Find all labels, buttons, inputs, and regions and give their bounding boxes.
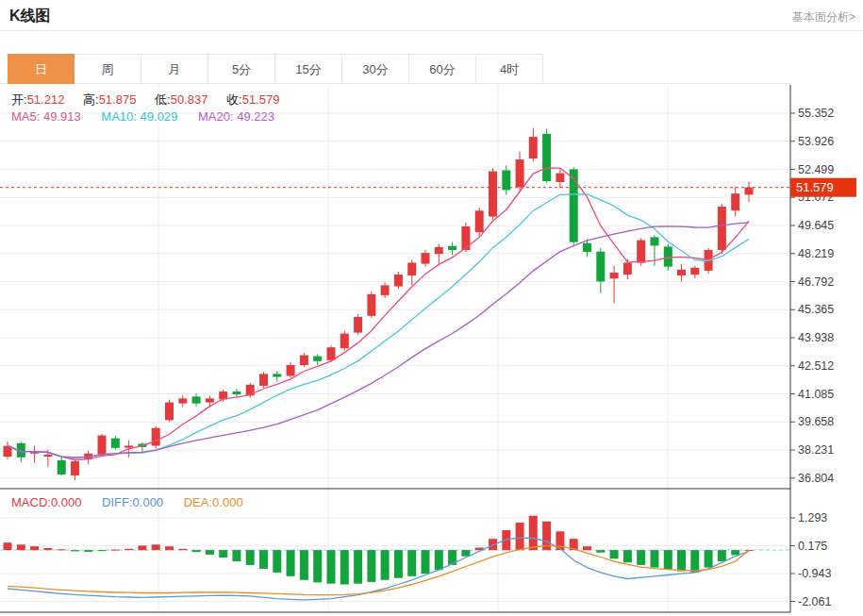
dea-value: DEA:0.000 bbox=[184, 495, 243, 509]
ohlc-readout: 开:51.212 高:51.875 低:50.837 收:51.579 bbox=[11, 92, 294, 108]
macd-histogram-bar bbox=[178, 549, 187, 550]
macd-axis-label: -0.943 bbox=[798, 567, 831, 580]
candle bbox=[273, 374, 281, 376]
low-label: 低: bbox=[155, 92, 171, 107]
candle bbox=[381, 286, 390, 295]
macd-histogram-bar bbox=[516, 523, 524, 550]
macd-value: MACD:0.000 bbox=[11, 495, 81, 509]
candle bbox=[98, 436, 107, 456]
macd-histogram-bar bbox=[138, 545, 146, 550]
candle bbox=[422, 253, 430, 264]
candle bbox=[745, 188, 754, 195]
macd-histogram-bar bbox=[219, 550, 227, 558]
macd-histogram-bar bbox=[354, 550, 362, 584]
candle bbox=[542, 134, 551, 181]
current-price-text: 51.579 bbox=[796, 180, 834, 194]
macd-readout: MACD:0.000 DIFF:0.000 DEA:0.000 bbox=[11, 495, 243, 509]
macd-histogram-bar bbox=[610, 550, 619, 558]
candle bbox=[731, 193, 739, 210]
macd-histogram-bar bbox=[422, 550, 430, 574]
kline-page: { "header": { "title": "K线图", "link": "基… bbox=[0, 0, 863, 616]
candle bbox=[596, 252, 605, 282]
macd-histogram-bar bbox=[327, 550, 336, 584]
candle bbox=[690, 268, 699, 275]
candle bbox=[623, 263, 632, 275]
candle bbox=[637, 241, 645, 263]
price-axis-label: 42.512 bbox=[798, 359, 834, 373]
open-value: 51.212 bbox=[27, 92, 65, 107]
price-axis-label: 55.352 bbox=[798, 107, 834, 120]
candle bbox=[448, 246, 456, 250]
candle bbox=[300, 356, 308, 365]
macd-histogram-bar bbox=[4, 542, 12, 550]
candle bbox=[259, 374, 268, 386]
macd-axis-label: -2.061 bbox=[798, 595, 831, 608]
diff-line bbox=[8, 538, 749, 600]
candle bbox=[583, 243, 591, 252]
candle bbox=[651, 237, 659, 245]
macd-histogram-bar bbox=[43, 548, 52, 550]
close-value: 51.579 bbox=[242, 92, 280, 107]
candle bbox=[152, 428, 160, 446]
price-axis-label: 53.926 bbox=[798, 135, 834, 148]
open-label: 开: bbox=[11, 92, 27, 107]
candle bbox=[556, 174, 564, 182]
candle bbox=[529, 137, 538, 158]
candle bbox=[475, 210, 484, 232]
low-value: 50.837 bbox=[171, 92, 208, 107]
macd-histogram-bar bbox=[718, 550, 726, 561]
candle bbox=[192, 396, 201, 403]
candle bbox=[165, 403, 174, 421]
macd-histogram-bar bbox=[259, 550, 268, 569]
macd-histogram-bar bbox=[84, 550, 92, 552]
candle bbox=[435, 247, 443, 254]
macd-histogram-bar bbox=[71, 550, 79, 551]
macd-histogram-bar bbox=[407, 550, 416, 576]
candle bbox=[502, 171, 510, 191]
macd-histogram-bar bbox=[529, 516, 538, 550]
macd-histogram-bar bbox=[340, 550, 349, 584]
macd-histogram-bar bbox=[192, 550, 201, 552]
candle bbox=[394, 275, 403, 287]
macd-histogram-bar bbox=[206, 550, 214, 555]
candle bbox=[461, 226, 470, 250]
candle bbox=[664, 246, 672, 266]
candle bbox=[206, 398, 214, 402]
macd-histogram-bar bbox=[30, 546, 39, 550]
high-label: 高: bbox=[83, 92, 99, 107]
candle bbox=[407, 263, 416, 276]
macd-histogram-bar bbox=[394, 550, 403, 578]
macd-histogram-bar bbox=[98, 550, 107, 551]
price-axis-label: 46.792 bbox=[798, 275, 834, 289]
macd-histogram-bar bbox=[651, 550, 659, 568]
macd-axis-label: 0.175 bbox=[798, 540, 827, 553]
candle bbox=[313, 357, 322, 361]
candle bbox=[367, 294, 375, 316]
macd-histogram-bar bbox=[124, 549, 133, 550]
macd-histogram-bar bbox=[583, 546, 591, 550]
price-axis-label: 36.804 bbox=[798, 472, 834, 485]
price-axis-label: 48.219 bbox=[798, 247, 834, 260]
macd-histogram-bar bbox=[637, 550, 645, 565]
candle bbox=[354, 317, 362, 333]
candle bbox=[178, 398, 187, 403]
candle bbox=[677, 270, 686, 275]
macd-histogram-bar bbox=[287, 550, 295, 576]
macd-histogram-bar bbox=[623, 550, 632, 562]
macd-histogram-bar bbox=[246, 550, 255, 565]
candle bbox=[111, 439, 120, 448]
macd-histogram-bar bbox=[58, 549, 66, 550]
macd-histogram-bar bbox=[596, 550, 605, 553]
macd-histogram-bar bbox=[17, 544, 25, 550]
price-axis-label: 49.645 bbox=[798, 219, 834, 232]
price-axis-label: 39.658 bbox=[798, 415, 834, 428]
candle bbox=[287, 365, 295, 376]
candle bbox=[489, 172, 497, 217]
candle bbox=[340, 334, 349, 349]
macd-histogram-bar bbox=[152, 544, 160, 550]
ma5-line bbox=[8, 168, 749, 460]
candle bbox=[516, 159, 524, 187]
price-axis-label: 38.231 bbox=[798, 443, 834, 457]
candle bbox=[718, 207, 726, 250]
price-axis-label: 41.085 bbox=[798, 388, 834, 401]
